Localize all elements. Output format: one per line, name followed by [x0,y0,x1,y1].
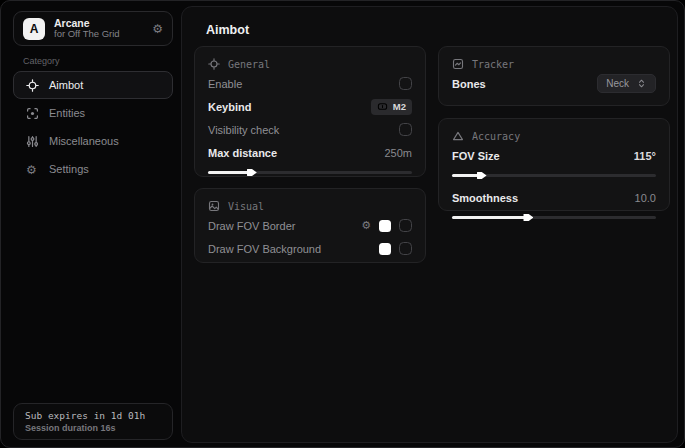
card-title: Visual [228,201,264,212]
category-label: Category [23,56,60,66]
card-title: General [228,59,270,70]
chevron-up-down-icon [636,78,647,89]
enable-label: Enable [208,78,242,90]
card-title: Tracker [472,59,514,70]
sidebar-item-entities[interactable]: Entities [13,99,173,127]
sidebar-item-settings[interactable]: ⚙ Settings [13,155,173,183]
fov-size-value: 115° [634,150,656,162]
fov-size-label: FOV Size [452,150,500,162]
sliders-icon [26,135,39,148]
draw-fov-border-label: Draw FOV Border [208,220,295,232]
bones-selected-value: Neck [606,78,629,89]
crosshair-icon [26,79,39,92]
app-logo: A [23,18,45,40]
scan-icon [26,107,39,120]
image-icon [208,200,220,212]
enable-checkbox[interactable] [399,77,412,90]
tracker-card: Tracker Bones Neck [438,46,670,106]
max-distance-label: Max distance [208,147,277,159]
sidebar: A Arcane for Off The Grid ⚙ Category Aim… [1,1,181,447]
tracker-card-header: Tracker [452,57,656,71]
slider-thumb[interactable] [523,213,533,222]
subscription-card: Sub expires in 1d 01h Session duration 1… [13,403,173,440]
fov-size-slider[interactable] [452,170,656,180]
visibility-check-label: Visibility check [208,124,279,136]
slider-thumb[interactable] [477,171,487,180]
bones-select[interactable]: Neck [597,74,656,93]
general-card: General Enable Keybind M2 Visibility che… [194,46,426,177]
app-window: A Arcane for Off The Grid ⚙ Category Aim… [0,0,685,448]
sub-expiry-text: Sub expires in 1d 01h [25,410,161,421]
slider-track [452,174,656,177]
smoothness-slider[interactable] [452,212,656,222]
keybind-label: Keybind [208,101,251,113]
app-subtitle: for Off The Grid [54,29,143,40]
smoothness-value: 10.0 [635,192,656,204]
session-duration-text: Session duration 16s [25,423,161,433]
slider-fill [452,216,527,219]
mouse-icon [377,101,388,112]
visibility-check-checkbox[interactable] [399,123,412,136]
fov-background-color-swatch[interactable] [379,243,391,255]
draw-fov-background-label: Draw FOV Background [208,243,321,255]
bones-label: Bones [452,78,486,90]
tracker-icon [452,58,464,70]
draw-fov-background-checkbox[interactable] [399,242,412,255]
draw-fov-border-checkbox[interactable] [399,219,412,232]
sidebar-item-label: Aimbot [49,79,83,91]
sidebar-item-miscellaneous[interactable]: Miscellaneous [13,127,173,155]
page-title: Aimbot [206,23,249,37]
settings-gear-icon[interactable]: ⚙ [152,22,163,36]
card-title: Accuracy [472,131,520,142]
main-panel: Aimbot General Enable Keybind M2 [181,6,678,443]
sidebar-item-label: Miscellaneous [49,135,119,147]
slider-thumb[interactable] [247,168,257,177]
sidebar-item-label: Settings [49,163,89,175]
accuracy-card-header: Accuracy [452,129,656,143]
fov-border-settings-gear-icon[interactable]: ⚙ [361,220,371,231]
general-card-header: General [208,57,412,71]
triangle-icon [452,130,464,142]
visual-card: Visual Draw FOV Border ⚙ Draw FOV Backgr… [194,188,426,263]
smoothness-label: Smoothness [452,192,518,204]
max-distance-slider[interactable] [208,167,412,177]
slider-track [452,216,656,219]
fov-border-color-swatch[interactable] [379,220,391,232]
max-distance-value: 250m [384,147,412,159]
accuracy-card: Accuracy FOV Size 115° Smoothness 10.0 [438,118,670,211]
slider-fill [208,171,251,174]
keybind-value: M2 [393,101,406,112]
keybind-button[interactable]: M2 [371,99,412,115]
sidebar-item-label: Entities [49,107,85,119]
sidebar-item-aimbot[interactable]: Aimbot [13,71,173,99]
brand-text: Arcane for Off The Grid [54,17,143,40]
brand-card: A Arcane for Off The Grid ⚙ [13,11,173,46]
crosshair-icon [208,58,220,70]
sidebar-nav: Aimbot Entities Miscellaneous ⚙ Settings [13,71,173,183]
slider-fill [452,174,481,177]
visual-card-header: Visual [208,199,412,213]
gear-icon: ⚙ [26,163,39,176]
slider-track [208,171,412,174]
